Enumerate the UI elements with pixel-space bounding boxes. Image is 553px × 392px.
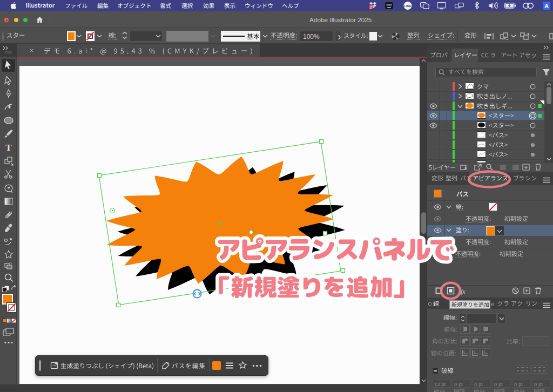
svg-text:2: 2 [370,5,372,9]
svg-text:LINE: LINE [404,4,411,8]
svg-text:A: A [544,3,549,9]
